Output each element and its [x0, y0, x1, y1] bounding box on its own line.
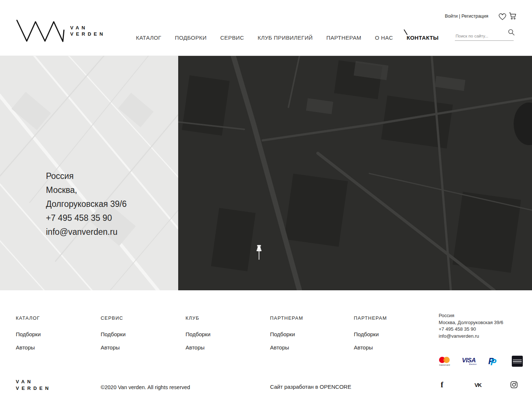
facebook-icon[interactable]: f: [438, 381, 446, 389]
footer-col-title: КАТАЛОГ: [16, 315, 82, 321]
vk-glyph: VK: [475, 382, 482, 388]
nav-item-catalog[interactable]: КАТАЛОГ: [136, 35, 161, 41]
vk-icon[interactable]: VK: [474, 381, 482, 389]
brand-logo[interactable]: VAN VERDEN: [16, 19, 105, 43]
footer-link-podborki[interactable]: Подборки: [186, 331, 252, 337]
footer-phone[interactable]: +7 495 458 35 90: [439, 326, 503, 333]
map-canvas[interactable]: Россия Москва, Долгоруковская 39/6 +7 49…: [0, 56, 532, 290]
nav-item-service[interactable]: СЕРВИС: [220, 35, 244, 41]
cart-icon[interactable]: [509, 12, 517, 20]
main-nav: КАТАЛОГ ПОДБОРКИ СЕРВИС КЛУБ ПРИВИЛЕГИЙ …: [136, 35, 439, 41]
footer-link-avtory[interactable]: Авторы: [16, 344, 82, 351]
mastercard-icon: mastercard: [437, 355, 452, 367]
footer-country: Россия: [439, 312, 503, 319]
contact-phone[interactable]: +7 495 458 35 90: [46, 211, 127, 225]
nav-item-podborki[interactable]: ПОДБОРКИ: [175, 35, 206, 41]
footer-street: Москва, Долгоруковская 39/6: [439, 319, 503, 326]
contact-country: Россия: [46, 169, 127, 183]
wishlist-heart-icon[interactable]: [499, 13, 506, 20]
footer-email[interactable]: info@vanverden.ru: [439, 333, 503, 340]
brand-name: VAN VERDEN: [70, 25, 105, 37]
login-register-link[interactable]: Войти | Регистрация: [445, 14, 488, 19]
visa-icon: VISA Electron: [461, 355, 477, 367]
facebook-glyph: f: [441, 380, 443, 390]
footer-brand-line2: VERDEN: [16, 385, 51, 392]
map-pin-icon: [255, 245, 263, 261]
footer-col-title: СЕРВИС: [101, 315, 167, 321]
amex-icon: [510, 355, 525, 367]
footer-link-podborki[interactable]: Подборки: [270, 331, 336, 337]
brand-line1: VAN: [70, 25, 105, 31]
footer: КАТАЛОГ Подборки Авторы СЕРВИС Подборки …: [0, 290, 532, 402]
footer-brand-logo[interactable]: VAN VERDEN: [16, 378, 51, 392]
contact-street: Долгоруковская 39/6: [46, 197, 127, 211]
visa-label: VISA: [462, 358, 476, 363]
nav-item-contacts-label: КОНТАКТЫ: [407, 35, 439, 41]
developer-credit: Сайт разработан в OPENCORE: [270, 384, 351, 390]
nav-item-partners[interactable]: ПАРТНЕРАМ: [326, 35, 361, 41]
header: VAN VERDEN КАТАЛОГ ПОДБОРКИ СЕРВИС КЛУБ …: [0, 0, 532, 56]
contact-city: Москва,: [46, 183, 127, 197]
footer-col-title: ПАРТНЕРАМ: [354, 315, 420, 321]
footer-brand-line1: VAN: [16, 378, 51, 385]
footer-link-avtory[interactable]: Авторы: [270, 344, 336, 351]
search-input[interactable]: [456, 34, 506, 38]
contact-info: Россия Москва, Долгоруковская 39/6 +7 49…: [46, 169, 127, 239]
footer-col-partners-2: ПАРТНЕРАМ Подборки Авторы: [354, 315, 420, 351]
instagram-glyph: [510, 381, 518, 388]
footer-col-club: КЛУБ Подборки Авторы: [186, 315, 252, 351]
footer-col-title: КЛУБ: [186, 315, 252, 321]
brand-line2: VERDEN: [70, 31, 105, 37]
footer-link-avtory[interactable]: Авторы: [186, 344, 252, 351]
footer-col-catalog: КАТАЛОГ Подборки Авторы: [16, 315, 82, 351]
mastercard-label: mastercard: [439, 364, 450, 366]
map-dark-area[interactable]: [178, 56, 532, 290]
visa-sub-label: Electron: [469, 363, 477, 365]
active-tick-icon: [403, 29, 408, 35]
footer-link-podborki[interactable]: Подборки: [354, 331, 420, 337]
instagram-icon[interactable]: [510, 381, 518, 389]
footer-col-service: СЕРВИС Подборки Авторы: [101, 315, 167, 351]
footer-address: Россия Москва, Долгоруковская 39/6 +7 49…: [439, 312, 503, 340]
payment-methods: mastercard VISA Electron PP: [437, 355, 525, 367]
copyright-text: ©2020 Van verden. All rights reserved: [101, 384, 190, 390]
social-links: f VK: [438, 381, 518, 389]
contact-email[interactable]: info@vanverden.ru: [46, 225, 127, 239]
footer-link-podborki[interactable]: Подборки: [101, 331, 167, 337]
page: VAN VERDEN КАТАЛОГ ПОДБОРКИ СЕРВИС КЛУБ …: [0, 0, 532, 402]
footer-col-partners-1: ПАРТНЕРАМ Подборки Авторы: [270, 315, 336, 351]
footer-link-avtory[interactable]: Авторы: [101, 344, 167, 351]
paypal-icon: PP: [485, 355, 501, 367]
footer-link-podborki[interactable]: Подборки: [16, 331, 82, 337]
footer-col-title: ПАРТНЕРАМ: [270, 315, 336, 321]
brand-zigzag-icon: [16, 19, 65, 43]
search-icon[interactable]: [508, 29, 515, 36]
footer-link-avtory[interactable]: Авторы: [354, 344, 420, 351]
nav-item-club[interactable]: КЛУБ ПРИВИЛЕГИЙ: [258, 35, 313, 41]
nav-item-about[interactable]: О НАС: [375, 35, 393, 41]
site-search: [455, 32, 514, 41]
nav-item-contacts[interactable]: КОНТАКТЫ: [407, 35, 439, 41]
